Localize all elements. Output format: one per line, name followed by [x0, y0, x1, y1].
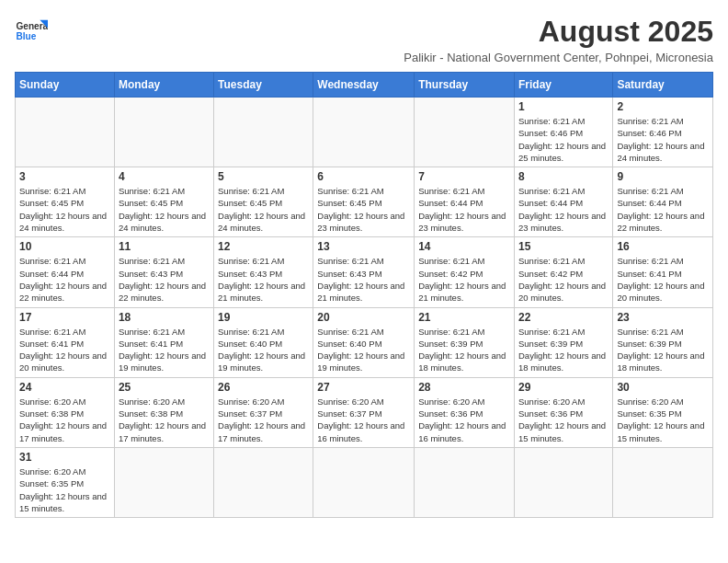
weekday-header-wednesday: Wednesday — [313, 73, 415, 98]
day-info: Sunrise: 6:21 AM Sunset: 6:44 PM Dayligh… — [617, 185, 709, 234]
day-number: 19 — [218, 311, 309, 324]
day-number: 22 — [518, 311, 609, 324]
day-number: 5 — [218, 170, 309, 183]
day-number: 21 — [418, 311, 510, 324]
calendar-cell: 17Sunrise: 6:21 AM Sunset: 6:41 PM Dayli… — [16, 307, 115, 377]
calendar-cell — [114, 447, 213, 517]
calendar-cell: 31Sunrise: 6:20 AM Sunset: 6:35 PM Dayli… — [16, 447, 115, 517]
calendar-week-row: 3Sunrise: 6:21 AM Sunset: 6:45 PM Daylig… — [16, 167, 713, 237]
day-number: 23 — [617, 311, 709, 324]
day-info: Sunrise: 6:21 AM Sunset: 6:44 PM Dayligh… — [418, 185, 510, 234]
day-info: Sunrise: 6:20 AM Sunset: 6:38 PM Dayligh… — [119, 396, 210, 444]
calendar-cell — [313, 447, 415, 517]
day-info: Sunrise: 6:21 AM Sunset: 6:41 PM Dayligh… — [19, 326, 110, 374]
weekday-header-thursday: Thursday — [415, 73, 515, 98]
title-area: August 2025 Palikir - National Governmen… — [404, 15, 713, 64]
day-number: 4 — [119, 170, 210, 183]
day-info: Sunrise: 6:21 AM Sunset: 6:41 PM Dayligh… — [119, 326, 210, 374]
day-info: Sunrise: 6:21 AM Sunset: 6:42 PM Dayligh… — [418, 255, 510, 304]
calendar-cell: 12Sunrise: 6:21 AM Sunset: 6:43 PM Dayli… — [214, 237, 313, 307]
calendar-cell: 21Sunrise: 6:21 AM Sunset: 6:39 PM Dayli… — [415, 307, 515, 377]
day-info: Sunrise: 6:21 AM Sunset: 6:43 PM Dayligh… — [119, 255, 210, 304]
day-info: Sunrise: 6:21 AM Sunset: 6:46 PM Dayligh… — [617, 115, 709, 164]
calendar-cell: 15Sunrise: 6:21 AM Sunset: 6:42 PM Dayli… — [514, 237, 612, 307]
calendar-cell: 23Sunrise: 6:21 AM Sunset: 6:39 PM Dayli… — [613, 307, 713, 377]
day-info: Sunrise: 6:21 AM Sunset: 6:45 PM Dayligh… — [218, 185, 309, 234]
day-number: 2 — [617, 100, 709, 113]
calendar-cell — [16, 98, 115, 167]
day-info: Sunrise: 6:21 AM Sunset: 6:41 PM Dayligh… — [617, 255, 709, 304]
calendar-cell: 11Sunrise: 6:21 AM Sunset: 6:43 PM Dayli… — [114, 237, 213, 307]
calendar-cell: 13Sunrise: 6:21 AM Sunset: 6:43 PM Dayli… — [313, 237, 415, 307]
calendar-cell: 3Sunrise: 6:21 AM Sunset: 6:45 PM Daylig… — [16, 167, 115, 237]
day-number: 10 — [19, 240, 110, 253]
day-info: Sunrise: 6:21 AM Sunset: 6:40 PM Dayligh… — [218, 326, 309, 374]
day-number: 15 — [518, 240, 609, 253]
day-number: 6 — [317, 170, 410, 183]
day-number: 14 — [418, 240, 510, 253]
day-number: 1 — [518, 100, 609, 113]
weekday-header-tuesday: Tuesday — [214, 73, 313, 98]
calendar-cell: 4Sunrise: 6:21 AM Sunset: 6:45 PM Daylig… — [114, 167, 213, 237]
day-info: Sunrise: 6:20 AM Sunset: 6:38 PM Dayligh… — [19, 396, 110, 444]
day-number: 3 — [19, 170, 110, 183]
day-number: 7 — [418, 170, 510, 183]
day-number: 31 — [19, 451, 110, 464]
calendar-cell — [313, 98, 415, 167]
calendar-cell — [514, 447, 612, 517]
month-year-title: August 2025 — [404, 15, 713, 49]
calendar-cell: 24Sunrise: 6:20 AM Sunset: 6:38 PM Dayli… — [16, 377, 115, 447]
calendar-cell: 14Sunrise: 6:21 AM Sunset: 6:42 PM Dayli… — [415, 237, 515, 307]
day-number: 25 — [119, 381, 210, 394]
weekday-header-sunday: Sunday — [16, 73, 115, 98]
svg-text:Blue: Blue — [16, 31, 36, 41]
day-info: Sunrise: 6:20 AM Sunset: 6:37 PM Dayligh… — [218, 396, 309, 444]
day-info: Sunrise: 6:21 AM Sunset: 6:44 PM Dayligh… — [518, 185, 609, 234]
day-info: Sunrise: 6:21 AM Sunset: 6:45 PM Dayligh… — [317, 185, 410, 234]
calendar-cell — [613, 447, 713, 517]
day-info: Sunrise: 6:21 AM Sunset: 6:45 PM Dayligh… — [19, 185, 110, 234]
page-header: General Blue August 2025 Palikir - Natio… — [15, 15, 713, 64]
calendar-cell: 19Sunrise: 6:21 AM Sunset: 6:40 PM Dayli… — [214, 307, 313, 377]
day-number: 29 — [518, 381, 609, 394]
calendar-cell: 1Sunrise: 6:21 AM Sunset: 6:46 PM Daylig… — [514, 98, 612, 167]
day-number: 16 — [617, 240, 709, 253]
day-number: 18 — [119, 311, 210, 324]
calendar-week-row: 31Sunrise: 6:20 AM Sunset: 6:35 PM Dayli… — [16, 447, 713, 517]
day-number: 8 — [518, 170, 609, 183]
calendar-cell — [114, 98, 213, 167]
day-number: 24 — [19, 381, 110, 394]
calendar-table: SundayMondayTuesdayWednesdayThursdayFrid… — [15, 72, 713, 518]
day-number: 12 — [218, 240, 309, 253]
calendar-cell: 16Sunrise: 6:21 AM Sunset: 6:41 PM Dayli… — [613, 237, 713, 307]
day-info: Sunrise: 6:20 AM Sunset: 6:35 PM Dayligh… — [19, 465, 110, 514]
calendar-cell — [415, 98, 515, 167]
day-info: Sunrise: 6:21 AM Sunset: 6:39 PM Dayligh… — [418, 326, 510, 374]
calendar-cell: 9Sunrise: 6:21 AM Sunset: 6:44 PM Daylig… — [613, 167, 713, 237]
logo: General Blue — [15, 15, 48, 48]
calendar-cell: 20Sunrise: 6:21 AM Sunset: 6:40 PM Dayli… — [313, 307, 415, 377]
calendar-cell: 18Sunrise: 6:21 AM Sunset: 6:41 PM Dayli… — [114, 307, 213, 377]
day-info: Sunrise: 6:21 AM Sunset: 6:43 PM Dayligh… — [317, 255, 410, 304]
day-info: Sunrise: 6:21 AM Sunset: 6:40 PM Dayligh… — [317, 326, 410, 374]
calendar-week-row: 24Sunrise: 6:20 AM Sunset: 6:38 PM Dayli… — [16, 377, 713, 447]
day-number: 20 — [317, 311, 410, 324]
day-info: Sunrise: 6:21 AM Sunset: 6:39 PM Dayligh… — [617, 326, 709, 374]
calendar-week-row: 17Sunrise: 6:21 AM Sunset: 6:41 PM Dayli… — [16, 307, 713, 377]
weekday-header-monday: Monday — [114, 73, 213, 98]
calendar-cell: 6Sunrise: 6:21 AM Sunset: 6:45 PM Daylig… — [313, 167, 415, 237]
calendar-cell: 5Sunrise: 6:21 AM Sunset: 6:45 PM Daylig… — [214, 167, 313, 237]
calendar-cell: 2Sunrise: 6:21 AM Sunset: 6:46 PM Daylig… — [613, 98, 713, 167]
calendar-cell: 30Sunrise: 6:20 AM Sunset: 6:35 PM Dayli… — [613, 377, 713, 447]
day-number: 30 — [617, 381, 709, 394]
day-info: Sunrise: 6:21 AM Sunset: 6:45 PM Dayligh… — [119, 185, 210, 234]
calendar-cell: 10Sunrise: 6:21 AM Sunset: 6:44 PM Dayli… — [16, 237, 115, 307]
calendar-cell: 8Sunrise: 6:21 AM Sunset: 6:44 PM Daylig… — [514, 167, 612, 237]
calendar-week-row: 1Sunrise: 6:21 AM Sunset: 6:46 PM Daylig… — [16, 98, 713, 167]
calendar-cell: 26Sunrise: 6:20 AM Sunset: 6:37 PM Dayli… — [214, 377, 313, 447]
day-info: Sunrise: 6:20 AM Sunset: 6:36 PM Dayligh… — [418, 396, 510, 444]
logo-svg: General Blue — [15, 15, 48, 48]
day-number: 13 — [317, 240, 410, 253]
calendar-cell: 22Sunrise: 6:21 AM Sunset: 6:39 PM Dayli… — [514, 307, 612, 377]
calendar-week-row: 10Sunrise: 6:21 AM Sunset: 6:44 PM Dayli… — [16, 237, 713, 307]
